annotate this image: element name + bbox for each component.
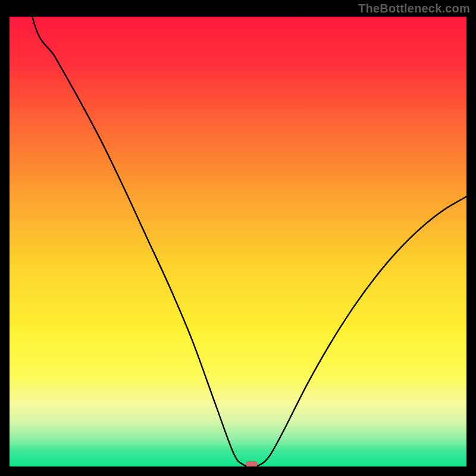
gradient-rect [10, 17, 466, 466]
optimal-point-marker [246, 461, 258, 467]
watermark-text: TheBottleneck.com [358, 2, 470, 14]
plot-area [10, 17, 466, 466]
chart-frame: TheBottleneck.com [0, 0, 476, 476]
chart-svg [10, 17, 466, 466]
